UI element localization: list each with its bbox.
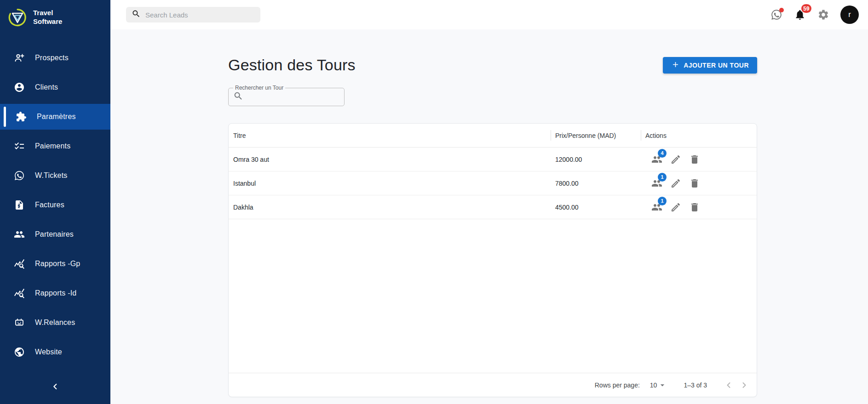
- sidebar-item-parametres[interactable]: Paramètres: [0, 104, 110, 130]
- participants-count-badge: 4: [658, 149, 667, 158]
- rows-per-page-label: Rows per page:: [595, 381, 640, 389]
- chevron-left-icon: [50, 381, 60, 393]
- pencil-icon: [670, 154, 681, 165]
- page-title: Gestion des Tours: [228, 56, 356, 74]
- tour-price: 12000.00: [551, 156, 641, 163]
- global-search[interactable]: [126, 7, 260, 23]
- puzzle-icon: [16, 111, 27, 122]
- dropdown-arrow-icon: [658, 381, 667, 390]
- person-add-icon: [14, 52, 25, 63]
- tour-search-field[interactable]: Rechercher un Tour: [228, 88, 345, 106]
- report-search-icon: [14, 258, 25, 269]
- sidebar-item-label: Factures: [35, 201, 64, 209]
- search-icon: [233, 91, 243, 103]
- brand-name: Travel Software: [33, 9, 62, 26]
- pagination-bar: Rows per page: 10 1–3 of 3: [229, 373, 757, 397]
- invoice-icon: [14, 199, 25, 211]
- sidebar-item-prospects[interactable]: Prospects: [0, 45, 110, 71]
- sidebar-item-paiements[interactable]: Paiements: [0, 133, 110, 159]
- topbar-icons: 59 r: [770, 6, 859, 24]
- people-icon: [14, 229, 25, 240]
- table-row: Dakhla 4500.00 1: [229, 195, 757, 219]
- whatsapp-status-button[interactable]: [770, 8, 783, 21]
- whatsapp-icon: [14, 170, 25, 181]
- column-header-actions: Actions: [641, 124, 757, 147]
- participants-count-badge: 1: [658, 173, 667, 182]
- table-row: Omra 30 aut 12000.00 4: [229, 148, 757, 171]
- plus-icon: [671, 60, 680, 70]
- sidebar-item-wrelances[interactable]: W.Relances: [0, 310, 110, 336]
- settings-button[interactable]: [817, 8, 830, 21]
- robot-chat-icon: [14, 317, 25, 328]
- delete-button[interactable]: [689, 177, 701, 189]
- sidebar-item-label: Partenaires: [35, 230, 74, 239]
- trash-icon: [689, 154, 700, 165]
- next-page-button[interactable]: [736, 377, 752, 393]
- pencil-icon: [670, 178, 681, 189]
- previous-page-button[interactable]: [721, 377, 736, 393]
- participants-button[interactable]: 4: [651, 154, 663, 165]
- sidebar-item-label: Paiements: [35, 142, 70, 150]
- chevron-right-icon: [739, 380, 750, 391]
- sidebar-item-label: Website: [35, 348, 62, 356]
- tour-search-input[interactable]: [246, 93, 339, 101]
- tour-price: 7800.00: [551, 180, 641, 187]
- table-row: Istanbul 7800.00 1: [229, 171, 757, 195]
- tour-title: Omra 30 aut: [229, 156, 551, 163]
- sidebar-item-rapports-id[interactable]: Rapports -Id: [0, 280, 110, 306]
- whatsapp-alert-dot: [779, 8, 784, 12]
- sidebar-item-label: W.Relances: [35, 319, 75, 327]
- delete-button[interactable]: [689, 154, 701, 165]
- row-actions: 1: [641, 177, 757, 189]
- page-content: Gestion des Tours AJOUTER UN TOUR Recher…: [228, 29, 757, 397]
- sidebar-item-rapports-gp[interactable]: Rapports -Gp: [0, 251, 110, 277]
- column-header-titre: Titre: [229, 124, 551, 147]
- sidebar-item-website[interactable]: Website: [0, 339, 110, 365]
- topbar: 59 r: [110, 0, 868, 29]
- sidebar-item-clients[interactable]: Clients: [0, 74, 110, 100]
- row-actions: 4: [641, 154, 757, 165]
- edit-button[interactable]: [670, 201, 682, 213]
- brand: Travel Software: [0, 0, 110, 32]
- rows-per-page-select[interactable]: 10: [650, 381, 667, 390]
- report-search-icon: [14, 288, 25, 299]
- search-icon: [132, 9, 141, 20]
- table-header-row: Titre Prix/Personne (MAD) Actions: [229, 124, 757, 148]
- chevron-left-icon: [723, 380, 734, 391]
- column-header-prix: Prix/Personne (MAD): [551, 124, 641, 147]
- globe-icon: [14, 347, 25, 358]
- checklist-icon: [14, 141, 25, 152]
- main-area: 59 r Gestion des Tours AJOUTER UN TOUR R…: [110, 0, 868, 404]
- notifications-button[interactable]: 59: [793, 8, 806, 21]
- tour-title: Dakhla: [229, 204, 551, 211]
- sidebar-item-factures[interactable]: Factures: [0, 192, 110, 218]
- pagination-range: 1–3 of 3: [684, 381, 707, 389]
- sidebar-collapse-button[interactable]: [47, 379, 63, 396]
- edit-button[interactable]: [670, 154, 682, 165]
- user-avatar[interactable]: r: [840, 6, 859, 24]
- global-search-input[interactable]: [145, 11, 255, 19]
- pencil-icon: [670, 202, 681, 213]
- notification-count-badge: 59: [801, 4, 811, 13]
- sidebar: Travel Software Prospects Clients Paramè…: [0, 0, 110, 404]
- participants-count-badge: 1: [658, 197, 667, 205]
- sidebar-item-wtickets[interactable]: W.Tickets: [0, 163, 110, 188]
- table-empty-space: [229, 219, 757, 373]
- edit-button[interactable]: [670, 177, 682, 189]
- sidebar-nav: Prospects Clients Paramètres Paiements W…: [0, 45, 110, 369]
- trash-icon: [689, 202, 700, 213]
- row-actions: 1: [641, 201, 757, 213]
- sidebar-item-label: W.Tickets: [35, 171, 68, 180]
- tour-title: Istanbul: [229, 180, 551, 187]
- participants-button[interactable]: 1: [651, 201, 663, 213]
- sidebar-item-partenaires[interactable]: Partenaires: [0, 222, 110, 247]
- participants-button[interactable]: 1: [651, 177, 663, 189]
- tours-table-card: Titre Prix/Personne (MAD) Actions Omra 3…: [228, 123, 757, 397]
- brand-logo: [7, 7, 28, 28]
- add-tour-button[interactable]: AJOUTER UN TOUR: [663, 57, 757, 74]
- title-row: Gestion des Tours AJOUTER UN TOUR: [228, 56, 757, 74]
- delete-button[interactable]: [689, 201, 701, 213]
- sidebar-item-label: Rapports -Gp: [35, 260, 80, 268]
- tour-price: 4500.00: [551, 204, 641, 211]
- sidebar-item-label: Prospects: [35, 54, 69, 62]
